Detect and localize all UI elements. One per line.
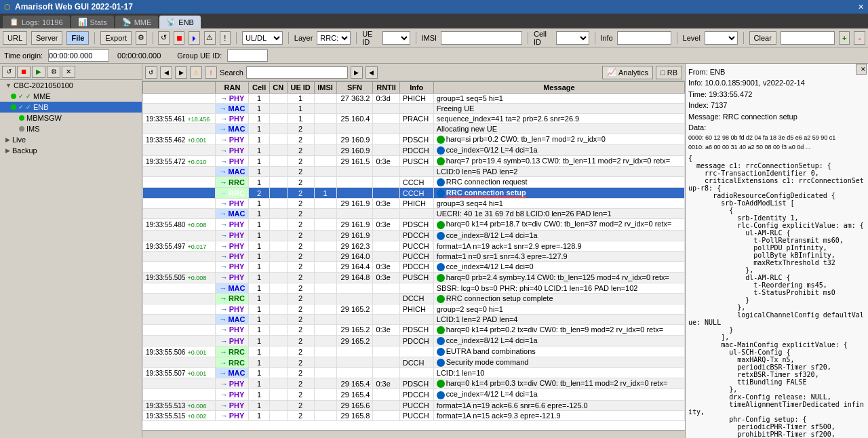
sidebar-item-root[interactable]: ▼ CBC-2021050100: [0, 80, 142, 91]
table-row[interactable]: →PHY1229 161.9PDCCHcce_index=8/12 L=4 dc…: [143, 230, 685, 241]
layer-select[interactable]: RRC: MAC: PHY:: [317, 31, 351, 45]
table-row[interactable]: 19:33:55.515 +0.002→PHY1229 165.8PUCCHfo…: [143, 410, 685, 420]
table-row[interactable]: 19:33:55.472 +0.010→PHY1229 161.50:3ePUS…: [143, 156, 685, 167]
cell-message: Allocating new UE: [433, 124, 684, 134]
table-row[interactable]: →MAC12SBSR: lcg=0 bs=0 PHR: phi=40 LCID:…: [143, 283, 685, 293]
table-row[interactable]: 19:33:55.505 +0.008→PHY1229 164.80:3ePUS…: [143, 272, 685, 283]
cell-ueid: 2: [287, 314, 314, 324]
refresh-button[interactable]: ↺: [158, 31, 170, 45]
col-sfn: SFN: [336, 82, 373, 94]
cell-ueid: 2: [287, 145, 314, 156]
table-row[interactable]: →RRC221CCCHRRC connection setup: [143, 188, 685, 199]
add-filter-button[interactable]: +: [839, 31, 850, 45]
table-row[interactable]: →RRC12CCCHRRC connection request: [143, 177, 685, 188]
sidebar-item-enb[interactable]: ✓ ✓ ENB: [0, 102, 142, 113]
tab-mme[interactable]: 📡 MME: [115, 16, 159, 28]
imsi-input[interactable]: [441, 31, 522, 45]
table-row[interactable]: →MAC12Allocating new UE: [143, 124, 685, 134]
table-row[interactable]: 19:33:55.461 +18.456→PHY1125 160.4PRACHs…: [143, 114, 685, 124]
table-row[interactable]: 19:33:55.462 +0.001→PHY1229 160.9PDSCHha…: [143, 134, 685, 145]
sidebar-btn-3[interactable]: ▶: [32, 66, 45, 78]
cell-cell: 1: [249, 272, 269, 283]
cell-cn: [269, 346, 287, 357]
sidebar-btn-1[interactable]: ↺: [2, 66, 16, 78]
close-icon[interactable]: ✕: [858, 3, 864, 12]
search-input[interactable]: [246, 66, 348, 79]
ue-id-select[interactable]: [382, 31, 410, 45]
cell-time: [143, 104, 216, 114]
sidebar-item-backup[interactable]: ▶ Backup: [0, 145, 142, 156]
search-nav-back-btn[interactable]: ◀: [160, 66, 172, 79]
table-row[interactable]: →PHY1229 165.40:3ePDSCHharq=0 k1=4 prb=0…: [143, 378, 685, 389]
cell-cn: [269, 368, 287, 378]
table-row[interactable]: 19:33:55.506 +0.001→RRC12EUTRA band comb…: [143, 346, 685, 357]
time-origin-input[interactable]: [48, 49, 109, 62]
table-row[interactable]: →MAC12LCID:0 len=6 PAD len=2: [143, 167, 685, 177]
table-row[interactable]: →PHY1229 161.90:3ePHICHgroup=3 seq=4 hi=…: [143, 199, 685, 209]
analytics-button[interactable]: 📈 Analytics: [602, 66, 653, 79]
cell-cn: [269, 167, 287, 177]
table-row[interactable]: 19:33:55.507 +0.001→MAC12LCID:1 len=10: [143, 368, 685, 378]
sidebar-item-mme[interactable]: ✓ ✓ MME: [0, 91, 142, 102]
clear-button[interactable]: Clear: [749, 31, 776, 45]
table-row[interactable]: →PHY1229 165.2PHICHgroup=2 seq=0 hi=1: [143, 304, 685, 314]
cell-rntii: [373, 400, 399, 410]
sidebar-btn-2[interactable]: ⏹: [17, 66, 31, 78]
search-nav-fwd-btn[interactable]: ▶: [175, 66, 187, 79]
url-button[interactable]: URL: [3, 31, 27, 45]
mode-select[interactable]: UL/DL: [242, 31, 283, 45]
search-back-btn[interactable]: ◀: [366, 66, 378, 79]
tab-stats[interactable]: 📊 Stats: [71, 16, 114, 28]
table-row[interactable]: →PHY1127 363.20:3dPHICHgroup=1 seq=5 hi=…: [143, 94, 685, 104]
table-row[interactable]: →MAC12UECRI: 40 1e 31 69 7d b8 LCID:0 le…: [143, 209, 685, 219]
search-warn-btn[interactable]: ⚠: [190, 66, 202, 79]
table-row[interactable]: →RRC12DCCHSecurity mode command: [143, 357, 685, 368]
table-row[interactable]: →PHY1229 164.0PUCCHformat=1 n=0 sr=1 snr…: [143, 251, 685, 261]
table-row[interactable]: →PHY1229 165.20:3ePDSCHharq=0 k1=4 prb=0…: [143, 324, 685, 335]
group-ue-id-input[interactable]: [227, 49, 268, 62]
right-panel-code: { message c1: rrcConnectionSetup: { rrc-…: [688, 155, 865, 438]
message-status-icon: [437, 136, 445, 144]
settings-button[interactable]: ⚙: [136, 31, 147, 45]
table-row[interactable]: →RRC12DCCHRRC connection setup complete: [143, 293, 685, 304]
search-go-btn[interactable]: ▶: [351, 66, 363, 79]
table-row[interactable]: →MAC12LCID:1 len=2 PAD len=4: [143, 314, 685, 324]
stop-button[interactable]: ⏹: [174, 31, 185, 45]
table-row[interactable]: 19:33:55.480 +0.008→PHY1229 161.90:3ePDS…: [143, 219, 685, 230]
table-row[interactable]: →PHY1229 160.9PDCCHcce_index=0/12 L=4 dc…: [143, 145, 685, 156]
table-row[interactable]: 19:33:55.513 +0.006→PHY1229 165.6PUCCHfo…: [143, 400, 685, 410]
sidebar-btn-4[interactable]: ⚙: [47, 66, 60, 78]
remove-filter-button[interactable]: -: [854, 31, 865, 45]
alert-button[interactable]: !: [220, 31, 231, 45]
server-button[interactable]: Server: [31, 31, 62, 45]
search-nav-prev-btn[interactable]: ↺: [145, 66, 157, 79]
table-row[interactable]: →PHY1229 165.4PDCCHcce_index=4/12 L=4 dc…: [143, 389, 685, 400]
direction-arrow-icon: →: [219, 369, 226, 377]
cell-message: LCID:1 len=10: [433, 368, 684, 378]
warn-button[interactable]: ⚠: [204, 31, 216, 45]
table-row[interactable]: 19:33:55.497 +0.017→PHY1229 162.3PUCCHfo…: [143, 241, 685, 251]
file-button[interactable]: File: [66, 31, 89, 45]
cell-id-select[interactable]: [556, 31, 589, 45]
sidebar-item-mbmsgw[interactable]: MBMSGW: [0, 113, 142, 123]
level-select[interactable]: [705, 31, 738, 45]
cell-time: [143, 304, 216, 314]
sidebar-item-ims[interactable]: IMS: [0, 123, 142, 134]
tab-logs[interactable]: 📋 Logs: 10196: [3, 16, 70, 28]
cell-rntii: [373, 410, 399, 420]
sidebar-item-live[interactable]: ▶ Live: [0, 134, 142, 145]
play-button[interactable]: ⏵: [189, 31, 200, 45]
message-text: harq=7 prb=19.4 symb=0.13 CW0: tb_len=11…: [446, 157, 671, 165]
table-row[interactable]: →PHY1229 165.2PDCCHcce_index=8/12 L=4 dc…: [143, 336, 685, 346]
info-input[interactable]: [617, 31, 671, 45]
bottom-scrollbar[interactable]: [142, 430, 685, 438]
close-panel-button[interactable]: ✕: [856, 64, 867, 75]
filter-input[interactable]: [781, 31, 835, 45]
sidebar-btn-5[interactable]: ✕: [62, 66, 75, 78]
table-row[interactable]: →MAC11Freeing UE: [143, 104, 685, 114]
export-button[interactable]: Export: [100, 31, 132, 45]
tab-enb[interactable]: 📡 ENB: [159, 16, 201, 28]
search-alert-btn[interactable]: !: [205, 66, 217, 79]
table-row[interactable]: →PHY1229 164.40:3ePDCCHcce_index=4/12 L=…: [143, 261, 685, 272]
rb-button[interactable]: □ RB: [656, 66, 682, 79]
